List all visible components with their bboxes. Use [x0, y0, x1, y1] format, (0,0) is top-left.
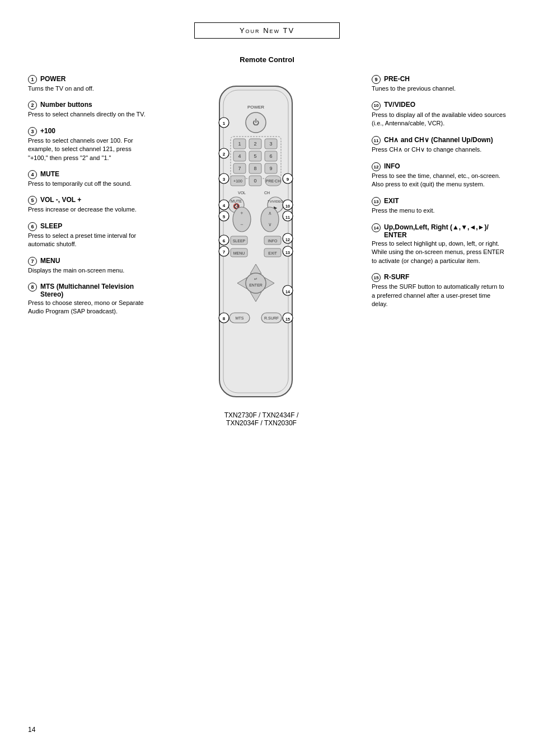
- svg-text:+100: +100: [233, 179, 242, 183]
- feature-desc-10: Press to display all of the available vi…: [372, 111, 506, 128]
- feature-item-15: 15 R-SURF Press the SURF button to autom…: [372, 273, 506, 309]
- svg-text:POWER: POWER: [247, 105, 264, 110]
- feature-item-12: 12 INFO Press to see the time, channel, …: [372, 162, 506, 189]
- feature-num-4: 4: [28, 170, 37, 179]
- feature-title-1: POWER: [40, 75, 65, 83]
- svg-text:4: 4: [238, 153, 241, 159]
- feature-item-1: 1 POWER Turns the TV on and off.: [28, 75, 151, 93]
- svg-text:5: 5: [254, 153, 256, 159]
- svg-text:2: 2: [254, 141, 256, 147]
- feature-desc-11: Press CH∧ or CH∨ to change channels.: [372, 145, 506, 154]
- svg-text:ENTER: ENTER: [249, 283, 263, 287]
- feature-title-8: MTS (Multichannel Television Stereo): [40, 283, 151, 298]
- feature-item-9: 9 PRE-CH Tunes to the previous channel.: [372, 75, 506, 93]
- svg-text:7: 7: [223, 250, 226, 255]
- svg-text:+: +: [240, 210, 243, 216]
- svg-text:7: 7: [238, 166, 241, 171]
- feature-item-3: 3 +100 Press to select channels over 100…: [28, 127, 151, 162]
- feature-title-14: Up,Down,Left, Right (▲,▼,◄,►)/ ENTER: [384, 223, 506, 239]
- svg-text:14: 14: [285, 290, 290, 294]
- svg-text:MENU: MENU: [233, 251, 245, 255]
- svg-text:MUTE: MUTE: [231, 199, 242, 203]
- svg-text:15: 15: [285, 317, 290, 321]
- feature-title-5: VOL -, VOL +: [40, 196, 81, 204]
- svg-text:PRE·CH: PRE·CH: [266, 179, 280, 183]
- feature-item-13: 13 EXIT Press the menu to exit.: [372, 197, 506, 215]
- feature-title-13: EXIT: [384, 197, 399, 205]
- feature-desc-6: Press to select a preset time interval f…: [28, 232, 151, 249]
- svg-text:8: 8: [223, 316, 226, 321]
- feature-title-11: CH∧ and CH∨ (Channel Up/Down): [384, 136, 493, 144]
- svg-text:9: 9: [287, 177, 289, 182]
- feature-num-2: 2: [28, 101, 37, 110]
- svg-text:CH: CH: [264, 191, 270, 195]
- svg-text:↵: ↵: [254, 277, 257, 281]
- feature-item-10: 10 TV/VIDEO Press to display all of the …: [372, 101, 506, 128]
- feature-item-5: 5 VOL -, VOL + Press increase or decreas…: [28, 196, 151, 214]
- page-container: Your New TV Remote Control 1 POWER Turns…: [0, 0, 534, 756]
- feature-num-5: 5: [28, 196, 37, 205]
- page-title: Your New TV: [240, 26, 294, 35]
- svg-text:12: 12: [285, 238, 290, 242]
- svg-text:3: 3: [269, 141, 272, 147]
- feature-num-7: 7: [28, 257, 37, 266]
- feature-desc-12: Press to see the time, channel, etc., on…: [372, 172, 506, 189]
- feature-item-8: 8 MTS (Multichannel Television Stereo) P…: [28, 283, 151, 316]
- svg-text:10: 10: [285, 204, 290, 208]
- content-area: 1 POWER Turns the TV on and off. 2 Numbe…: [28, 75, 506, 427]
- feature-num-13: 13: [372, 197, 381, 206]
- svg-text:EXIT: EXIT: [268, 251, 277, 255]
- feature-title-12: INFO: [384, 162, 400, 170]
- section-heading: Remote Control: [28, 55, 506, 64]
- svg-text:−: −: [240, 222, 243, 227]
- feature-title-9: PRE-CH: [384, 75, 410, 83]
- feature-num-6: 6: [28, 222, 37, 231]
- svg-text:∨: ∨: [268, 222, 272, 227]
- svg-text:1: 1: [238, 141, 241, 147]
- svg-text:MTS: MTS: [236, 316, 244, 320]
- feature-item-11: 11 CH∧ and CH∨ (Channel Up/Down) Press C…: [372, 136, 506, 154]
- feature-desc-8: Press to choose stereo, mono or Separate…: [28, 299, 151, 316]
- svg-text:6: 6: [269, 153, 272, 159]
- feature-desc-9: Tunes to the previous channel.: [372, 84, 506, 93]
- svg-text:9: 9: [269, 166, 272, 171]
- feature-title-6: SLEEP: [40, 222, 62, 230]
- feature-desc-3: Press to select channels over 100. For e…: [28, 137, 151, 162]
- svg-text:3: 3: [223, 177, 226, 182]
- svg-text:13: 13: [285, 251, 290, 255]
- feature-item-2: 2 Number buttons Press to select channel…: [28, 101, 151, 119]
- svg-text:INFO: INFO: [268, 239, 278, 243]
- feature-desc-14: Press to select highlight up, down, left…: [372, 240, 506, 265]
- svg-text:TV/VIDEO: TV/VIDEO: [268, 200, 283, 203]
- page-number: 14: [28, 726, 35, 734]
- feature-num-9: 9: [372, 75, 381, 84]
- feature-num-14: 14: [372, 223, 381, 232]
- svg-text:∧: ∧: [268, 210, 272, 216]
- feature-title-15: R-SURF: [384, 273, 409, 281]
- feature-item-7: 7 MENU Displays the main on-screen menu.: [28, 257, 151, 275]
- svg-text:0: 0: [254, 178, 256, 184]
- feature-num-3: 3: [28, 127, 37, 136]
- feature-title-4: MUTE: [40, 170, 59, 178]
- svg-text:4: 4: [223, 203, 226, 208]
- feature-num-1: 1: [28, 75, 37, 84]
- feature-num-10: 10: [372, 101, 381, 110]
- feature-num-15: 15: [372, 273, 381, 282]
- feature-desc-1: Turns the TV on and off.: [28, 84, 151, 93]
- svg-text:1: 1: [223, 121, 226, 126]
- svg-text:VOL: VOL: [238, 191, 246, 195]
- feature-desc-7: Displays the main on-screen menu.: [28, 266, 151, 275]
- feature-desc-15: Press the SURF button to automatically r…: [372, 283, 506, 308]
- svg-text:R.SURF: R.SURF: [264, 316, 279, 320]
- svg-text:SLEEP: SLEEP: [233, 239, 246, 243]
- feature-item-14: 14 Up,Down,Left, Right (▲,▼,◄,►)/ ENTER …: [372, 223, 506, 265]
- svg-text:8: 8: [254, 166, 256, 171]
- svg-text:11: 11: [285, 215, 290, 219]
- model-numbers: TXN2730F / TXN2434F /TXN2034F / TXN2030F: [200, 411, 323, 427]
- feature-num-11: 11: [372, 136, 381, 145]
- remote-svg: POWER ⏻ 1 2 3 4: [200, 81, 312, 405]
- feature-num-8: 8: [28, 283, 37, 292]
- left-column: 1 POWER Turns the TV on and off. 2 Numbe…: [28, 75, 151, 427]
- feature-item-6: 6 SLEEP Press to select a preset time in…: [28, 222, 151, 249]
- right-column: 9 PRE-CH Tunes to the previous channel. …: [372, 75, 506, 427]
